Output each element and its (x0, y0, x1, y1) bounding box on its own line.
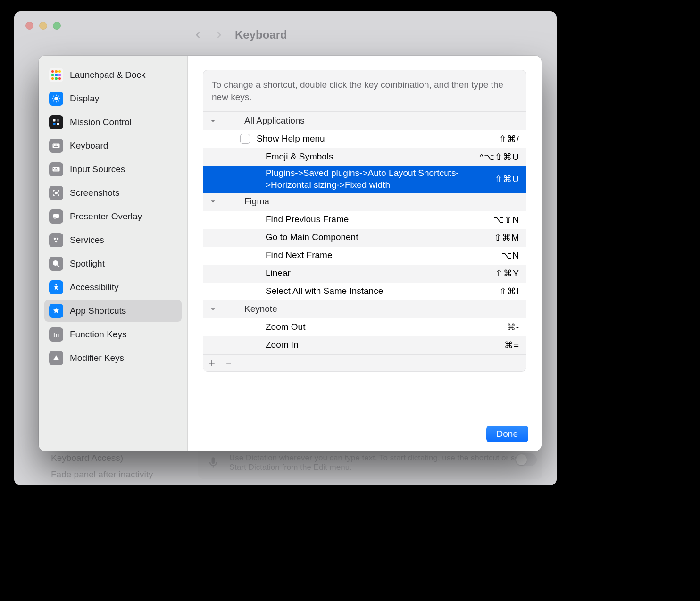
sidebar-item-label: Mission Control (70, 117, 132, 127)
shortcut-keys: ⇧⌘Y (495, 268, 519, 279)
svg-rect-10 (57, 119, 59, 121)
shortcut-row[interactable]: Emoji & Symbols^⌥⇧⌘U (203, 148, 526, 166)
group-header[interactable]: Figma (203, 193, 526, 211)
svg-rect-11 (53, 123, 55, 125)
zoom-window-button[interactable] (53, 22, 61, 30)
svg-point-27 (54, 217, 56, 220)
shortcut-label: Zoom Out (266, 321, 507, 333)
sidebar-item-label: Display (70, 93, 99, 104)
svg-line-7 (53, 101, 54, 102)
checkbox[interactable] (240, 134, 250, 144)
shortcut-label: Find Previous Frame (266, 214, 493, 225)
shortcuts-sheet: Launchpad & DockDisplayMission ControlKe… (39, 56, 542, 451)
sidebar-item-display[interactable]: Display (44, 88, 182, 109)
dictation-toggle[interactable] (515, 453, 537, 466)
sidebar-item-label: Screenshots (70, 188, 120, 198)
shortcut-row[interactable]: Zoom Out⌘- (203, 318, 526, 336)
remove-button[interactable]: － (220, 355, 237, 371)
group-label: Figma (244, 196, 519, 208)
fn-icon: fn (49, 327, 63, 342)
svg-rect-26 (53, 214, 59, 218)
dictation-hint-text: Use Dictation wherever you can type text… (229, 453, 534, 472)
sidebar-item-label: Launchpad & Dock (70, 70, 146, 80)
shortcut-label: Plugins->Saved plugins->Auto Layout Shor… (266, 167, 495, 191)
keyboard-icon (49, 139, 63, 153)
input-icon (49, 162, 63, 176)
shortcut-keys: ⌥⇧N (493, 214, 519, 225)
shortcut-label: Select All with Same Instance (266, 285, 499, 297)
sidebar-item-launchpad[interactable]: Launchpad & Dock (44, 64, 182, 86)
shortcuts-list: All ApplicationsShow Help menu⇧⌘/Emoji &… (203, 111, 526, 371)
back-icon[interactable] (193, 30, 203, 40)
svg-rect-19 (53, 167, 60, 172)
shortcut-row[interactable]: Find Next Frame⌥N (203, 247, 526, 265)
svg-line-32 (57, 265, 59, 267)
chevron-down-icon (207, 199, 218, 204)
svg-rect-20 (53, 168, 54, 169)
sidebar-item-services[interactable]: Services (44, 229, 182, 251)
svg-point-28 (54, 238, 56, 240)
mission-icon (49, 115, 63, 129)
shortcut-label: Emoji & Symbols (266, 151, 479, 163)
shortcut-label: Zoom In (266, 339, 504, 351)
launchpad-icon (49, 68, 63, 82)
presenter-icon (49, 209, 63, 224)
shortcut-keys: ⇧⌘I (499, 286, 519, 297)
svg-line-5 (53, 96, 54, 97)
add-button[interactable]: ＋ (203, 355, 220, 371)
sidebar-item-input[interactable]: Input Sources (44, 159, 182, 180)
shortcut-row[interactable]: Zoom In⌘= (203, 336, 526, 354)
shortcut-row[interactable]: Select All with Same Instance⇧⌘I (203, 283, 526, 300)
shortcut-keys: ^⌥⇧⌘U (479, 151, 519, 162)
sidebar-item-label: Input Sources (70, 164, 125, 175)
shortcuts-sidebar: Launchpad & DockDisplayMission ControlKe… (39, 56, 188, 451)
svg-rect-14 (53, 145, 54, 146)
group-header[interactable]: All Applications (203, 112, 526, 130)
sidebar-item-keyboard[interactable]: Keyboard (44, 135, 182, 157)
shortcut-row[interactable]: Go to Main Component⇧⌘M (203, 229, 526, 247)
shortcut-row[interactable]: Plugins->Saved plugins->Auto Layout Shor… (203, 166, 526, 192)
chevron-down-icon (207, 307, 218, 312)
shortcut-keys: ⌥N (501, 250, 519, 261)
shortcut-row[interactable]: Linear⇧⌘Y (203, 265, 526, 283)
sidebar-item-spotlight[interactable]: Spotlight (44, 253, 182, 275)
svg-point-0 (54, 97, 58, 100)
shortcuts-main: To change a shortcut, double click the k… (188, 56, 542, 451)
sidebar-item-screenshot[interactable]: Screenshots (44, 182, 182, 204)
group-header[interactable]: Keynote (203, 300, 526, 318)
shortcut-keys: ⌘- (507, 322, 519, 333)
sidebar-item-label: Modifier Keys (70, 353, 124, 363)
svg-point-25 (55, 192, 58, 194)
sidebar-item-label: App Shortcuts (70, 306, 126, 316)
page-title: Keyboard (235, 28, 287, 42)
sidebar-item-access[interactable]: Accessibility (44, 276, 182, 298)
minimize-window-button[interactable] (39, 22, 47, 30)
svg-rect-15 (55, 145, 56, 146)
sidebar-item-appshortcut[interactable]: App Shortcuts (44, 300, 182, 322)
svg-rect-18 (54, 146, 58, 147)
shortcut-row[interactable]: Find Previous Frame⌥⇧N (203, 211, 526, 229)
shortcut-keys: ⇧⌘U (495, 174, 519, 184)
sidebar-item-presenter[interactable]: Presenter Overlay (44, 206, 182, 227)
access-icon (49, 280, 63, 294)
window-traffic-lights (25, 22, 61, 30)
shortcut-keys: ⇧⌘M (494, 232, 519, 243)
shortcut-row[interactable]: Show Help menu⇧⌘/ (203, 130, 526, 148)
svg-rect-9 (53, 119, 55, 121)
sidebar-item-mission[interactable]: Mission Control (44, 111, 182, 133)
svg-point-31 (53, 261, 58, 265)
sidebar-item-modifier[interactable]: Modifier Keys (44, 347, 182, 369)
svg-rect-22 (56, 168, 57, 169)
sidebar-item-label: Accessibility (70, 282, 118, 292)
close-window-button[interactable] (25, 22, 33, 30)
display-icon (49, 92, 63, 106)
shortcut-label: Go to Main Component (266, 232, 494, 243)
sidebar-item-fn[interactable]: fnFunction Keys (44, 324, 182, 345)
sidebar-item-label: Function Keys (70, 329, 126, 340)
svg-rect-12 (57, 123, 59, 125)
done-button[interactable]: Done (486, 426, 528, 442)
group-label: All Applications (244, 115, 519, 127)
forward-icon[interactable] (214, 30, 224, 40)
svg-rect-24 (54, 170, 58, 171)
svg-rect-17 (58, 145, 58, 146)
